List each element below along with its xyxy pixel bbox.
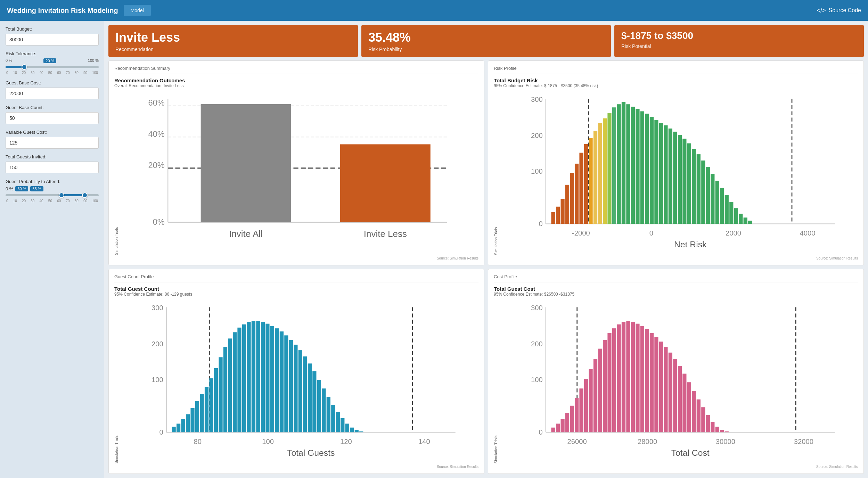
svg-rect-93: [228, 338, 232, 432]
risk-chart-subtitle: 95% Confidence Estimate: $-1875 - $3500 …: [494, 83, 858, 88]
svg-rect-156: [650, 333, 654, 432]
guest-prob-track[interactable]: [6, 194, 99, 196]
guest-base-cost-group: Guest Base Cost:: [6, 80, 99, 99]
svg-text:300: 300: [531, 304, 543, 312]
total-guests-invited-input[interactable]: [6, 162, 99, 173]
svg-rect-147: [607, 333, 611, 432]
guest-count-chart-subtitle: 95% Confidence Estimate: 86 -129 guests: [114, 292, 478, 297]
svg-rect-89: [209, 378, 213, 432]
svg-text:0: 0: [649, 229, 653, 237]
svg-rect-139: [570, 406, 574, 432]
svg-rect-148: [612, 328, 616, 432]
svg-rect-118: [345, 423, 349, 432]
model-tab[interactable]: Model: [124, 5, 151, 16]
svg-text:100: 100: [262, 438, 274, 445]
guest-base-count-group: Guest Base Count:: [6, 105, 99, 124]
risk-value-label: 20 %: [43, 58, 56, 63]
svg-rect-102: [270, 326, 274, 432]
variable-guest-cost-label: Variable Guest Cost:: [6, 130, 99, 135]
svg-rect-90: [214, 368, 218, 432]
cost-profile-panel: Cost Profile Total Guest Cost 95% Confid…: [488, 269, 864, 474]
svg-text:32000: 32000: [794, 438, 813, 445]
risk-y-axis-label: Simulation Trials: [494, 91, 498, 255]
svg-rect-114: [327, 397, 330, 432]
risk-chart-title: Total Budget Risk: [494, 77, 858, 83]
risk-tolerance-group: Risk Tolerance: 0 % 20 % 100 % 010203040…: [6, 51, 99, 75]
svg-rect-43: [636, 109, 639, 224]
variable-guest-cost-input[interactable]: [6, 137, 99, 149]
svg-rect-58: [706, 167, 710, 224]
svg-rect-96: [242, 324, 246, 432]
svg-text:0: 0: [539, 428, 542, 436]
svg-rect-165: [692, 391, 696, 432]
cost-source: Source: Simulation Results: [494, 465, 858, 469]
svg-rect-169: [711, 422, 714, 432]
kpi-recommendation: Invite Less Recommendation: [108, 25, 358, 57]
svg-rect-94: [233, 332, 237, 432]
svg-rect-88: [205, 387, 208, 432]
svg-rect-151: [626, 321, 630, 432]
svg-rect-55: [692, 149, 696, 224]
svg-text:Net Risk: Net Risk: [674, 239, 707, 249]
guest-count-panel: Guest Count Profile Total Guest Count 95…: [108, 269, 484, 474]
svg-rect-158: [659, 341, 663, 432]
svg-rect-103: [275, 328, 279, 432]
svg-rect-104: [280, 331, 284, 432]
svg-rect-98: [252, 321, 255, 432]
chart-row-2: Guest Count Profile Total Guest Count 95…: [108, 269, 864, 474]
chart-row-1: Recommendation Summary Recommendation Ou…: [108, 60, 864, 265]
guest-base-count-input[interactable]: [6, 112, 99, 124]
svg-rect-85: [190, 408, 194, 432]
total-budget-input[interactable]: [6, 34, 99, 46]
svg-rect-47: [654, 120, 658, 224]
cost-y-axis-label: Simulation Trials: [494, 299, 498, 463]
svg-rect-67: [748, 221, 752, 224]
svg-rect-113: [322, 388, 326, 432]
svg-rect-92: [223, 347, 227, 432]
svg-rect-25: [551, 212, 555, 224]
risk-tolerance-labels: 0 % 20 % 100 %: [6, 58, 99, 63]
kpi-risk-probability: 35.48% Risk Probability: [361, 25, 611, 57]
svg-rect-60: [715, 181, 719, 224]
svg-rect-34: [593, 131, 597, 224]
svg-text:Invite All: Invite All: [229, 229, 263, 239]
svg-text:0: 0: [159, 428, 163, 436]
svg-rect-166: [697, 399, 701, 432]
svg-rect-27: [560, 199, 564, 224]
svg-rect-162: [678, 366, 682, 432]
svg-rect-167: [701, 407, 705, 432]
svg-rect-83: [181, 419, 185, 432]
total-budget-group: Total Budget:: [6, 26, 99, 46]
source-code-button[interactable]: </> Source Code: [817, 7, 861, 14]
cost-profile-title: Cost Profile: [494, 274, 858, 282]
svg-text:200: 200: [531, 340, 543, 348]
guest-base-cost-input[interactable]: [6, 88, 99, 99]
guest-count-source: Source: Simulation Results: [114, 465, 478, 469]
svg-rect-66: [744, 217, 747, 224]
risk-ticks: 0102030405060708090100: [6, 71, 99, 75]
svg-rect-157: [654, 337, 658, 432]
svg-rect-87: [200, 394, 204, 432]
svg-rect-117: [341, 418, 344, 432]
svg-rect-152: [631, 322, 635, 432]
variable-guest-cost-group: Variable Guest Cost:: [6, 130, 99, 149]
header: Wedding Invitation Risk Modeling Model <…: [0, 0, 868, 21]
rec-summary-title: Recommendation Summary: [114, 66, 478, 74]
svg-rect-49: [664, 125, 668, 224]
svg-rect-41: [626, 104, 630, 224]
svg-rect-32: [584, 144, 588, 223]
svg-rect-95: [237, 328, 241, 432]
svg-rect-50: [669, 129, 672, 224]
svg-rect-48: [659, 123, 663, 224]
risk-tolerance-track[interactable]: [6, 66, 99, 68]
guest-count-chart-title: Total Guest Count: [114, 286, 478, 292]
svg-rect-170: [715, 427, 719, 432]
guest-prob-attend-label: Guest Probability to Attend:: [6, 179, 99, 184]
svg-text:60%: 60%: [148, 98, 165, 107]
svg-rect-144: [593, 359, 597, 432]
svg-rect-120: [355, 430, 359, 432]
svg-rect-26: [556, 206, 560, 223]
guest-count-y-label: Simulation Trials: [114, 299, 118, 463]
code-icon: </>: [817, 7, 826, 14]
svg-text:200: 200: [152, 340, 163, 348]
